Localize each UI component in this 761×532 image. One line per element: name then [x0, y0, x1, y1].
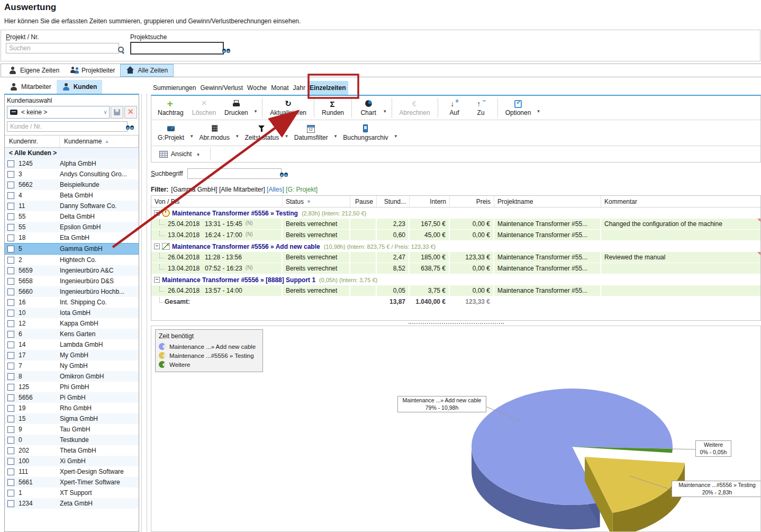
projektsuche-input[interactable]	[130, 42, 224, 55]
buchungsarchiv-button[interactable]: Buchungsarchiv	[339, 123, 392, 142]
column-kundenname[interactable]: Kundenname▲	[60, 136, 139, 147]
time-detail-row[interactable]: 26.04.201811:28 - 13:56Bereits verrechne…	[151, 252, 760, 263]
column-kundennr[interactable]: Kundennr.	[5, 136, 60, 147]
time-detail-row[interactable]: 13.04.201807:52 - 16:23(N)Bereits verrec…	[151, 263, 760, 274]
customer-checkbox[interactable]	[7, 182, 14, 188]
time-group-row[interactable]: Maintenance Transformer #5556 » [8888] S…	[151, 274, 760, 285]
customer-row[interactable]: 0Testkunde	[5, 435, 139, 445]
customer-checkbox[interactable]	[7, 416, 14, 422]
tab-eigene-zeiten[interactable]: Eigene Zeiten	[3, 64, 65, 77]
customer-row[interactable]: 111Xpert-Design Software	[5, 466, 139, 477]
customer-checkbox[interactable]	[7, 373, 14, 380]
delete-selection-button[interactable]	[124, 106, 137, 119]
customer-row[interactable]: 7Ny GmbH	[5, 360, 139, 371]
column-pause[interactable]: Pause	[350, 196, 377, 207]
column-status[interactable]: Status▼	[283, 196, 350, 207]
customer-row[interactable]: 1234Zeta GmbH	[5, 498, 139, 509]
collapse-expander-icon[interactable]	[154, 244, 160, 249]
customer-row[interactable]: 1245Alpha GmbH	[5, 158, 139, 169]
customer-checkbox[interactable]	[7, 363, 14, 369]
tab-mitarbeiter[interactable]: Mitarbeiter	[4, 80, 57, 94]
customer-row[interactable]: 9Tau GmbH	[5, 424, 139, 435]
customer-checkbox[interactable]	[7, 490, 14, 497]
main-tab-monat[interactable]: Monat	[269, 81, 291, 95]
customer-row[interactable]: 19Rho GmbH	[5, 403, 139, 413]
time-total-row[interactable]: Gesamt:13,871.040,00 €123,33 €	[151, 296, 760, 308]
main-tab-woche[interactable]: Woche	[245, 81, 269, 95]
auf-button[interactable]: Auf	[441, 98, 468, 118]
customer-checkbox[interactable]	[7, 426, 14, 433]
suchbegriff-input[interactable]	[187, 168, 282, 179]
binoculars-icon[interactable]	[125, 123, 135, 132]
collapse-expander-icon[interactable]	[154, 277, 160, 283]
customer-checkbox[interactable]	[7, 352, 14, 359]
customer-checkbox[interactable]	[7, 479, 14, 486]
customer-row[interactable]: 12Kappa GmbH	[5, 318, 139, 329]
customer-row[interactable]: 202Theta GmbH	[5, 445, 139, 456]
customer-search-input[interactable]	[7, 121, 128, 132]
main-tab-gewinn-verlust[interactable]: Gewinn/Verlust	[198, 81, 245, 95]
drucken-button[interactable]: Drucken	[220, 98, 252, 118]
save-selection-button[interactable]	[111, 106, 123, 119]
customer-row[interactable]: 11Danny Software Co.	[5, 201, 139, 211]
customer-checkbox[interactable]	[7, 171, 14, 178]
customer-row[interactable]: 14Lambda GmbH	[5, 339, 139, 350]
all-customers-row[interactable]: < Alle Kunden >	[5, 148, 139, 158]
customer-row[interactable]: 15Sigma GmbH	[5, 413, 139, 424]
customer-checkbox[interactable]	[7, 299, 14, 306]
customer-checkbox[interactable]	[7, 235, 14, 241]
customer-row[interactable]: 100Xi GmbH	[5, 456, 139, 466]
customer-checkbox[interactable]	[7, 192, 14, 199]
customer-checkbox[interactable]	[7, 320, 14, 327]
customer-row[interactable]: 4Beta GmbH	[5, 190, 139, 201]
customer-checkbox[interactable]	[7, 405, 14, 412]
customer-row[interactable]: 10Iota GmbH	[5, 308, 139, 318]
binoculars-icon[interactable]	[222, 47, 231, 55]
main-tab-summierungen[interactable]: Summierungen	[151, 81, 198, 95]
datumsfilter-button[interactable]: Datumsfilter	[290, 123, 332, 142]
customer-row[interactable]: 16Int. Shipping Co.	[5, 297, 139, 308]
zeitst-status-button[interactable]: Zeitst.status	[240, 123, 283, 142]
customer-row[interactable]: 55Delta GmbH	[5, 211, 139, 222]
g-projekt-button[interactable]: G:Projekt	[153, 123, 188, 142]
chart-button[interactable]: Chart	[355, 98, 382, 118]
customer-checkbox[interactable]	[7, 310, 14, 317]
column-preis[interactable]: Preis	[450, 196, 494, 207]
customer-checkbox[interactable]	[7, 160, 14, 167]
customer-row[interactable]: 5658Ingenieurbüro D&S	[5, 276, 139, 286]
customer-row[interactable]: 5Gamma GmbH	[5, 243, 139, 255]
abr-modus-button[interactable]: Abr.modus	[195, 123, 234, 142]
customer-checkbox[interactable]	[7, 458, 14, 465]
column-kommentar[interactable]: Kommentar	[601, 196, 760, 207]
time-detail-row[interactable]: 13.04.201816:24 - 17:00(N)Bereits verrec…	[151, 230, 760, 241]
customer-row[interactable]: 1XT Support	[5, 488, 139, 498]
customer-row[interactable]: 8Omikron GmbH	[5, 371, 139, 382]
nachtrag-button[interactable]: Nachtrag	[153, 98, 188, 118]
customer-row[interactable]: 5656Pi GmbH	[5, 392, 139, 403]
column-projektname[interactable]: Projektname	[494, 196, 601, 207]
customer-checkbox[interactable]	[7, 394, 14, 401]
vertical-splitter[interactable]	[141, 94, 147, 532]
tab-projektleiter[interactable]: Projektleiter	[65, 64, 120, 77]
main-tab-jahr[interactable]: Jahr	[291, 81, 307, 95]
customer-checkbox[interactable]	[7, 213, 14, 220]
customer-checkbox[interactable]	[7, 267, 14, 274]
aktualisieren-button[interactable]: Aktualisieren	[266, 98, 311, 118]
customer-checkbox[interactable]	[7, 288, 14, 295]
customer-row[interactable]: 6Kens Garten	[5, 329, 139, 339]
ansicht-button[interactable]: Ansicht ▾	[156, 149, 205, 159]
customer-row[interactable]: 17My GmbH	[5, 350, 139, 360]
customer-row[interactable]: 5660Ingenieurbüro Hochb...	[5, 286, 139, 297]
tab-alle-zeiten[interactable]: Alle Zeiten	[120, 64, 174, 77]
time-group-row[interactable]: Maintenance Transformer #5556 » Add new …	[151, 241, 760, 252]
customer-row[interactable]: 125Phi GmbH	[5, 382, 139, 392]
customer-checkbox[interactable]	[7, 437, 14, 444]
customer-checkbox[interactable]	[7, 447, 14, 454]
horizontal-splitter[interactable]	[151, 321, 761, 326]
customer-checkbox[interactable]	[7, 341, 14, 348]
optionen-button[interactable]: Optionen	[501, 98, 536, 118]
magnifier-icon[interactable]	[117, 46, 126, 54]
customer-row[interactable]: 5661Xpert-Timer Software	[5, 477, 139, 488]
customer-selection-combo[interactable]: < keine > ˅	[7, 106, 110, 119]
customer-checkbox[interactable]	[7, 278, 14, 285]
